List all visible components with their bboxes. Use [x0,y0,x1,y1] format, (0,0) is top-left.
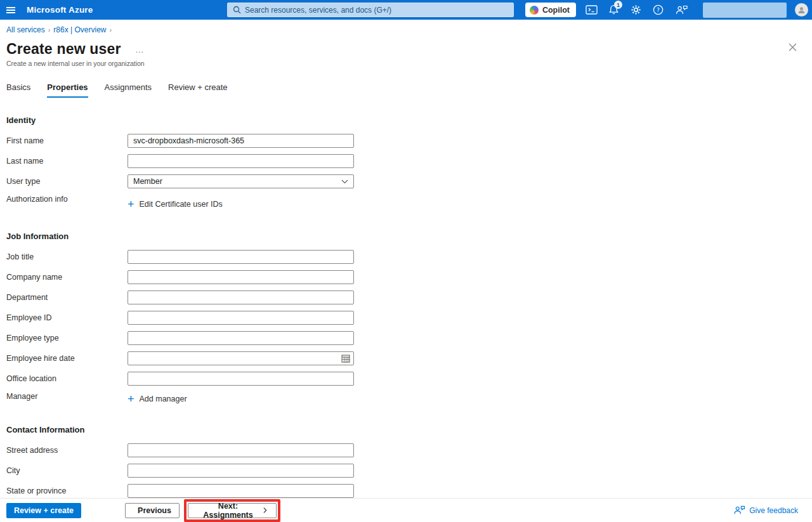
company-name-label: Company name [6,273,128,282]
employee-hire-date-label: Employee hire date [6,354,128,363]
review-create-button[interactable]: Review + create [6,503,81,518]
copilot-label: Copilot [542,6,570,15]
section-heading-contact-information: Contact Information [6,425,812,434]
brand-title[interactable]: Microsoft Azure [27,5,93,15]
breadcrumb-r86x-overview[interactable]: r86x | Overview [53,25,106,34]
add-manager-label: Add manager [140,395,187,403]
gear-icon [631,4,641,15]
notification-badge: 1 [614,1,622,9]
company-name-input[interactable] [128,270,354,284]
plus-icon: + [128,395,134,403]
give-feedback-link[interactable]: Give feedback [733,506,798,515]
plus-icon: + [128,200,134,209]
tab-basics[interactable]: Basics [6,82,30,98]
manager-label: Manager [6,392,128,401]
calendar-icon [341,354,350,363]
give-feedback-label: Give feedback [749,506,798,515]
employee-id-label: Employee ID [6,313,128,322]
previous-button[interactable]: Previous [125,503,180,518]
office-location-input[interactable] [128,372,354,386]
settings-button[interactable] [629,0,643,20]
give-feedback-icon [733,506,745,515]
person-feedback-icon [675,5,688,15]
svg-text:?: ? [657,7,660,13]
wizard-tabs: Basics Properties Assignments Review + c… [6,82,812,98]
more-actions-button[interactable]: … [135,44,145,55]
notifications-button[interactable]: 1 [606,0,620,20]
street-address-input[interactable] [128,443,354,457]
employee-type-input[interactable] [128,331,354,345]
department-input[interactable] [128,290,354,304]
edit-certificate-user-ids-label: Edit Certificate user IDs [140,200,223,209]
next-assignments-button[interactable]: Next: Assignments [188,503,277,518]
tab-properties[interactable]: Properties [47,82,88,98]
avatar[interactable] [795,3,808,16]
help-icon: ? [653,4,664,15]
previous-label: Previous [138,506,171,515]
edit-certificate-user-ids-link[interactable]: + Edit Certificate user IDs [128,200,223,209]
authorization-info-label: Authorization info [6,195,128,204]
topbar-actions: Copilot 1 [525,0,808,20]
search-icon [233,6,241,14]
page-subtitle: Create a new internal user in your organ… [6,60,812,67]
employee-type-label: Employee type [6,334,128,343]
breadcrumb-separator: › [48,26,51,34]
hamburger-icon [6,7,15,13]
add-manager-link[interactable]: + Add manager [128,395,187,403]
tab-review-create[interactable]: Review + create [168,82,228,98]
job-title-label: Job title [6,252,128,261]
close-button[interactable] [789,43,797,53]
job-title-input[interactable] [128,250,354,264]
copilot-icon [530,6,539,15]
help-button[interactable]: ? [651,0,665,20]
chevron-right-icon [263,507,267,514]
user-type-value: Member [133,177,162,186]
city-label: City [6,466,128,475]
user-type-select[interactable]: Member [128,174,354,188]
cloud-shell-icon [586,5,598,15]
global-search[interactable] [227,3,514,17]
annotation-highlight: Next: Assignments [184,499,280,522]
street-address-label: Street address [6,446,128,455]
office-location-label: Office location [6,374,128,383]
employee-hire-date-input[interactable] [128,351,354,365]
state-or-province-input[interactable] [128,484,354,498]
search-input[interactable] [245,6,508,15]
last-name-label: Last name [6,157,128,166]
close-icon [789,43,797,51]
footer-bar: Review + create Previous Next: Assignmen… [0,498,812,522]
feedback-button[interactable] [673,0,690,20]
section-heading-identity: Identity [6,115,812,125]
first-name-input[interactable] [128,134,354,148]
first-name-label: First name [6,136,128,145]
hamburger-menu-icon[interactable] [0,0,22,20]
breadcrumb-all-services[interactable]: All services [6,25,45,34]
cloud-shell-button[interactable] [584,0,598,20]
tab-assignments[interactable]: Assignments [105,82,152,98]
department-label: Department [6,293,128,302]
properties-form: Identity First name Last name User type … [0,115,812,498]
state-or-province-label: State or province [6,486,128,495]
last-name-input[interactable] [128,154,354,168]
city-input[interactable] [128,464,354,478]
account-info-redacted[interactable] [703,3,787,18]
chevron-down-icon [341,179,348,184]
top-bar: Microsoft Azure Copilot 1 [0,0,812,20]
user-type-label: User type [6,177,128,186]
next-assignments-label: Next: Assignments [197,502,259,519]
section-heading-job-information: Job Information [6,232,812,241]
page-title: Create new user [6,41,121,58]
avatar-person-icon [797,6,806,14]
breadcrumb: All services › r86x | Overview › [0,20,812,34]
copilot-button[interactable]: Copilot [525,3,576,17]
breadcrumb-separator: › [110,26,112,34]
employee-id-input[interactable] [128,311,354,325]
